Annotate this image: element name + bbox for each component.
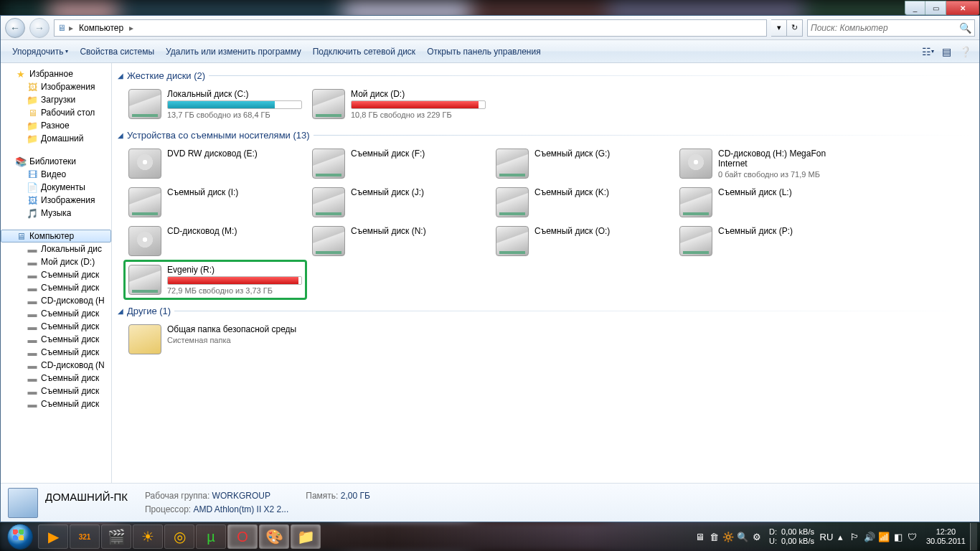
volume-icon[interactable]: 🔊 (863, 530, 876, 543)
taskbar-app-opera[interactable]: O (227, 524, 258, 549)
help-button[interactable]: ❔ (956, 43, 974, 60)
tree-item[interactable]: ▬Съемный диск (1, 268, 111, 281)
drive-icon (312, 187, 345, 217)
tree-item[interactable]: ▬Съемный диск (1, 320, 111, 333)
uninstall-program-button[interactable]: Удалить или изменить программу (160, 44, 307, 60)
tree-item[interactable]: ▬Съемный диск (1, 307, 111, 320)
tray-icon[interactable]: 🔆 (722, 530, 735, 543)
libraries-icon: 📚 (15, 156, 27, 167)
tree-item[interactable]: 🎵Музыка (1, 207, 111, 220)
taskbar-app[interactable]: 321 (70, 524, 100, 549)
tree-item[interactable]: 📁Загрузки (1, 93, 111, 106)
content-pane[interactable]: ◢ Жесткие диски (2) Локальный диск (C:)1… (112, 63, 979, 483)
taskbar-app-explorer[interactable]: 📁 (291, 524, 321, 549)
taskbar[interactable]: ▶ 321 🎬 ☀ ◎ µ O 🎨 📁 🖥 🗑 🔆 🔍 ⚙ D:0,00 kB/… (0, 522, 980, 551)
drive-item[interactable]: Съемный диск (J:) (308, 184, 489, 221)
tree-item[interactable]: 📁Разное (1, 119, 111, 132)
tree-item[interactable]: ▬Мой диск (D:) (1, 255, 111, 268)
tree-item[interactable]: 📄Документы (1, 181, 111, 194)
tree-item[interactable]: ▬Съемный диск (1, 333, 111, 346)
tray-icon[interactable]: 🔍 (736, 530, 749, 543)
tree-item[interactable]: 🖼Изображения (1, 80, 111, 93)
drive-item[interactable]: Съемный диск (I:) (125, 184, 306, 221)
drive-icon (312, 226, 345, 256)
drive-item[interactable]: Локальный диск (C:)13,7 ГБ свободно из 6… (125, 85, 306, 123)
search-icon[interactable]: 🔍 (959, 22, 971, 34)
address-dropdown-button[interactable]: ▾ (771, 19, 787, 37)
tree-item[interactable]: ▬Локальный дис (1, 242, 111, 255)
drive-item[interactable]: Съемный диск (F:) (308, 145, 489, 182)
maximize-button[interactable]: ▭ (925, 1, 946, 15)
map-network-drive-button[interactable]: Подключить сетевой диск (307, 44, 421, 60)
preview-pane-button[interactable]: ▤ (938, 43, 955, 60)
tree-item[interactable]: ▬Съемный диск (1, 372, 111, 385)
drive-item[interactable]: Evgeniy (R:)72,9 МБ свободно из 3,73 ГБ (125, 261, 306, 298)
search-box[interactable]: 🔍 (807, 19, 975, 37)
tray-icon[interactable]: ⚙ (750, 530, 763, 543)
minimize-button[interactable]: _ (905, 1, 925, 15)
address-bar[interactable]: 🖥 ▸ Компьютер ▸ (54, 19, 767, 37)
drive-item[interactable]: Съемный диск (P:) (676, 222, 857, 260)
group-header-other[interactable]: ◢ Другие (1) (118, 306, 974, 316)
tree-computer[interactable]: 🖥Компьютер (1, 230, 111, 242)
drive-item[interactable]: Съемный диск (O:) (492, 222, 673, 260)
taskbar-app-paint[interactable]: 🎨 (259, 524, 289, 549)
tray-icon[interactable]: 🗑 (707, 530, 720, 543)
tree-libraries[interactable]: 📚Библиотеки (1, 155, 111, 168)
net-speed-indicator[interactable]: D:0,00 kB/s U:0,00 kB/s (769, 527, 814, 546)
search-input[interactable] (811, 23, 959, 33)
collapse-icon[interactable]: ◢ (118, 72, 123, 80)
tree-item[interactable]: ▬Съемный диск (1, 346, 111, 359)
system-properties-button[interactable]: Свойства системы (74, 44, 160, 60)
taskbar-app-utorrent[interactable]: µ (196, 524, 226, 549)
drive-item[interactable]: Съемный диск (N:) (308, 222, 489, 260)
language-indicator[interactable]: RU (820, 530, 833, 543)
tree-item[interactable]: ▬Съемный диск (1, 281, 111, 294)
back-button[interactable]: ← (5, 18, 25, 38)
tree-favorites[interactable]: ★Избранное (1, 67, 111, 80)
tray-icon[interactable]: ◧ (892, 530, 905, 543)
drive-item[interactable]: DVD RW дисковод (E:) (125, 145, 306, 182)
drive-item[interactable]: Съемный диск (L:) (676, 184, 857, 221)
tree-item[interactable]: ▬Съемный диск (1, 385, 111, 397)
collapse-icon[interactable]: ◢ (118, 131, 123, 139)
tray-icon[interactable]: 🖥 (693, 530, 706, 543)
tree-item[interactable]: 🖼Изображения (1, 194, 111, 207)
tree-item[interactable]: 🎞Видео (1, 168, 111, 181)
forward-button[interactable]: → (29, 18, 50, 38)
taskbar-app[interactable]: 🎬 (101, 524, 131, 549)
network-icon[interactable]: 📶 (877, 530, 890, 543)
taskbar-app[interactable]: ◎ (164, 524, 194, 549)
taskbar-app[interactable]: ▶ (38, 524, 68, 549)
drive-item[interactable]: Общая папка безопасной средыСистемная па… (125, 321, 306, 358)
taskbar-app[interactable]: ☀ (133, 524, 163, 549)
tray-icon[interactable]: 🛡 (906, 530, 919, 543)
open-control-panel-button[interactable]: Открыть панель управления (421, 44, 547, 60)
breadcrumb-computer[interactable]: Компьютер (76, 22, 126, 34)
collapse-icon[interactable]: ◢ (118, 307, 123, 315)
navigation-tree[interactable]: ★Избранное 🖼Изображения 📁Загрузки 🖥Рабоч… (1, 63, 112, 483)
details-value: 2,00 ГБ (341, 491, 370, 501)
flag-icon[interactable]: 🏳 (849, 530, 862, 543)
tray-expand-icon[interactable]: ▴ (834, 530, 847, 543)
organize-button[interactable]: Упорядочить▾ (6, 44, 74, 60)
start-button[interactable] (3, 523, 37, 550)
tree-item[interactable]: 🖥Рабочий стол (1, 106, 111, 119)
tree-item[interactable]: 📁Домашний (1, 132, 111, 145)
tree-item[interactable]: ▬Съемный диск (1, 397, 111, 410)
tree-item[interactable]: ▬CD-дисковод (H (1, 294, 111, 307)
clock[interactable]: 12:2030.05.2011 (926, 527, 966, 546)
change-view-button[interactable]: ☷▾ (919, 43, 936, 60)
group-header-hdd[interactable]: ◢ Жесткие диски (2) (118, 70, 974, 81)
drive-icon (679, 149, 712, 179)
group-header-removable[interactable]: ◢ Устройства со съемными носителями (13) (118, 130, 974, 141)
tree-item[interactable]: ▬CD-дисковод (N (1, 359, 111, 372)
show-desktop-button[interactable] (970, 523, 977, 550)
close-button[interactable]: ✕ (946, 1, 979, 15)
refresh-button[interactable]: ↻ (787, 19, 803, 37)
drive-item[interactable]: CD-дисковод (M:) (125, 222, 306, 260)
drive-item[interactable]: Мой диск (D:)10,8 ГБ свободно из 229 ГБ (308, 85, 489, 123)
drive-item[interactable]: CD-дисковод (H:) MegaFon Internet0 байт … (676, 145, 857, 182)
drive-item[interactable]: Съемный диск (K:) (492, 184, 673, 221)
drive-item[interactable]: Съемный диск (G:) (492, 145, 673, 182)
